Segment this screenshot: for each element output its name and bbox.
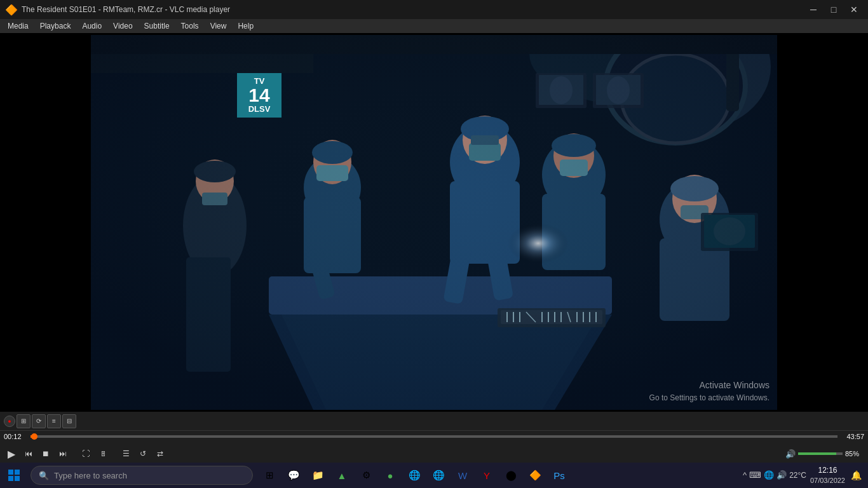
play-button[interactable]: ▶ bbox=[4, 446, 19, 461]
windows-taskbar: 🔍 Type here to search ⊞ 💬 📁 ▲ ⚙ ● 🌐 🌐 W … bbox=[0, 463, 868, 488]
title-bar: 🔶 The Resident S01E01 - RMTeam, RMZ.cr -… bbox=[0, 0, 868, 19]
player-controls: ● ⊞ ⟳ ≡ ⊟ 00:12 43:57 ▶ ⏮ ⏹ ⏭ ⛶ 🎚 ☰ ↺ bbox=[0, 412, 868, 465]
playlist-toggle-button[interactable]: ☰ bbox=[118, 446, 133, 461]
green-circle-app-icon[interactable]: ● bbox=[379, 463, 402, 488]
surgery-scene bbox=[91, 35, 777, 410]
red-y-icon[interactable]: Y bbox=[475, 463, 498, 488]
volume-track[interactable] bbox=[798, 452, 843, 455]
svg-rect-67 bbox=[8, 470, 13, 475]
menu-subtitle[interactable]: Subtitle bbox=[139, 19, 175, 33]
menu-media[interactable]: Media bbox=[3, 19, 34, 33]
svg-rect-66 bbox=[91, 35, 777, 410]
playlist-button[interactable]: ≡ bbox=[47, 414, 61, 428]
seekbar-track[interactable] bbox=[31, 435, 837, 438]
search-bar[interactable]: 🔍 Type here to search bbox=[31, 466, 253, 485]
volume-label: 85% bbox=[845, 450, 864, 458]
toolbar-row: ● ⊞ ⟳ ≡ ⊟ bbox=[0, 412, 868, 431]
volume-fill bbox=[798, 452, 836, 455]
svg-rect-68 bbox=[15, 470, 20, 475]
taskview-icon[interactable]: ⊞ bbox=[258, 463, 281, 488]
menu-view[interactable]: View bbox=[205, 19, 232, 33]
tray-volume[interactable]: 🔊 bbox=[776, 470, 787, 480]
file-explorer-icon[interactable]: 📁 bbox=[306, 463, 329, 488]
menu-audio[interactable]: Audio bbox=[77, 19, 107, 33]
menu-video[interactable]: Video bbox=[108, 19, 137, 33]
menu-tools[interactable]: Tools bbox=[176, 19, 204, 33]
volume-icon: 🔊 bbox=[785, 449, 796, 459]
taskbar-right: ^ ⌨ 🌐 🔊 22°C 12:16 07/03/2022 🔔 bbox=[743, 466, 868, 485]
settings-app-icon[interactable]: ⚙ bbox=[355, 463, 377, 488]
search-placeholder-text: Type here to search bbox=[54, 471, 127, 480]
circle-app-icon[interactable]: ⬤ bbox=[499, 463, 522, 488]
start-button[interactable] bbox=[0, 463, 28, 488]
word-icon[interactable]: W bbox=[451, 463, 474, 488]
current-time: 00:12 bbox=[4, 433, 27, 440]
menu-help[interactable]: Help bbox=[233, 19, 259, 33]
close-button[interactable]: ✕ bbox=[845, 3, 863, 16]
windows-logo-icon bbox=[8, 470, 20, 481]
minimize-button[interactable]: ─ bbox=[804, 3, 822, 16]
green-app-icon[interactable]: ▲ bbox=[330, 463, 353, 488]
photoshop-icon[interactable]: Ps bbox=[548, 463, 571, 488]
titlebar-left: 🔶 The Resident S01E01 - RMTeam, RMZ.cr -… bbox=[5, 4, 230, 16]
tray-chevron[interactable]: ^ bbox=[743, 470, 747, 480]
skip-prev-button[interactable]: ⏮ bbox=[21, 446, 36, 461]
tray-keyboard[interactable]: ⌨ bbox=[749, 470, 761, 480]
clock-time: 12:16 bbox=[810, 466, 845, 476]
fullscreen-button[interactable]: ⛶ bbox=[78, 446, 93, 461]
record-button[interactable]: ● bbox=[4, 416, 15, 427]
seekbar-container: 00:12 43:57 bbox=[0, 431, 868, 442]
vlc-taskbar-icon[interactable]: 🔶 bbox=[524, 463, 546, 488]
svg-rect-69 bbox=[8, 476, 13, 481]
loop-toggle-button[interactable]: ↺ bbox=[135, 446, 151, 461]
tv-rating-number: 14 bbox=[248, 86, 269, 105]
search-icon: 🔍 bbox=[39, 471, 49, 480]
menu-bar: Media Playback Audio Video Subtitle Tool… bbox=[0, 19, 868, 33]
maximize-button[interactable]: □ bbox=[825, 3, 843, 16]
edge-icon[interactable]: 🌐 bbox=[403, 463, 426, 488]
titlebar-controls: ─ □ ✕ bbox=[804, 3, 863, 16]
clock-date: 07/03/2022 bbox=[810, 476, 845, 485]
tv-rating-dlsv: DLSV bbox=[248, 105, 271, 114]
loop-button[interactable]: ⟳ bbox=[32, 414, 46, 428]
skip-next-button[interactable]: ⏭ bbox=[55, 446, 71, 461]
extended-settings-button[interactable]: 🎚 bbox=[95, 446, 111, 461]
system-tray: ^ ⌨ 🌐 🔊 22°C bbox=[743, 470, 806, 480]
svg-rect-70 bbox=[15, 476, 20, 481]
seekbar-thumb bbox=[31, 433, 37, 440]
transport-row: ▶ ⏮ ⏹ ⏭ ⛶ 🎚 ☰ ↺ ⇄ 🔊 85% bbox=[0, 442, 868, 465]
notification-button[interactable]: 🔔 bbox=[849, 468, 863, 482]
tv-rating-badge: TV 14 DLSV bbox=[237, 73, 281, 118]
window-title: The Resident S01E01 - RMTeam, RMZ.cr - V… bbox=[22, 5, 230, 14]
vlc-icon: 🔶 bbox=[5, 4, 18, 16]
browser-icon[interactable]: 🌐 bbox=[427, 463, 450, 488]
random-button[interactable]: ⇄ bbox=[153, 446, 168, 461]
stop-button[interactable]: ⏹ bbox=[38, 446, 53, 461]
temperature-display: 22°C bbox=[789, 471, 806, 480]
tray-network[interactable]: 🌐 bbox=[764, 470, 774, 480]
chat-icon[interactable]: 💬 bbox=[282, 463, 305, 488]
video-canvas: TV 14 DLSV Activate Windows Go to Settin… bbox=[91, 35, 777, 410]
taskbar-app-icons: ⊞ 💬 📁 ▲ ⚙ ● 🌐 🌐 W Y ⬤ 🔶 Ps bbox=[258, 463, 571, 488]
video-area[interactable]: TV 14 DLSV Activate Windows Go to Settin… bbox=[0, 33, 868, 412]
clock-display[interactable]: 12:16 07/03/2022 bbox=[810, 466, 845, 485]
volume-area: 🔊 85% bbox=[785, 449, 864, 459]
extended-button[interactable]: ⊟ bbox=[62, 414, 76, 428]
snapshot-button[interactable]: ⊞ bbox=[17, 414, 31, 428]
total-time: 43:57 bbox=[841, 433, 864, 440]
menu-playback[interactable]: Playback bbox=[35, 19, 76, 33]
